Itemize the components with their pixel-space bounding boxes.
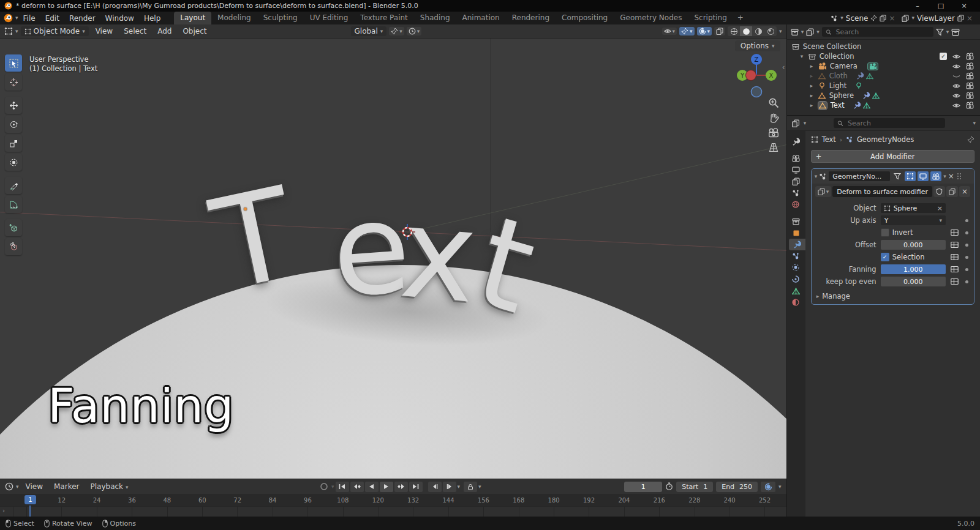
object-picker-field[interactable]: Sphere × (881, 203, 946, 213)
hide-eye-icon[interactable] (952, 63, 960, 70)
pin-icon[interactable] (967, 136, 974, 143)
shading-wireframe-button[interactable] (728, 26, 740, 36)
current-frame-field[interactable]: 1 (624, 482, 662, 492)
input-attribute-toggle-icon[interactable] (951, 241, 959, 248)
tab-rendering[interactable]: Rendering (506, 12, 556, 24)
auto-key-record-icon[interactable] (320, 482, 328, 491)
properties-tab-physics[interactable] (787, 262, 805, 274)
fanning-number-field[interactable]: 1.000 (881, 264, 946, 274)
outliner-filter-id-icon[interactable] (806, 28, 814, 36)
tool-select-box[interactable] (5, 54, 22, 72)
playhead-line[interactable] (29, 506, 31, 517)
tool-scale[interactable] (5, 135, 22, 152)
previous-keyframe-button[interactable] (350, 482, 364, 492)
tab-geometry-nodes[interactable]: Geometry Nodes (614, 12, 688, 24)
add-modifier-button[interactable]: + Add Modifier (811, 150, 974, 163)
breadcrumb-object[interactable]: Text (822, 135, 836, 144)
disable-render-icon[interactable] (966, 92, 974, 99)
tab-uv-editing[interactable]: UV Editing (304, 12, 355, 24)
new-nodetree-button[interactable] (946, 186, 958, 197)
menu-file[interactable]: File (18, 13, 40, 24)
outliner-search-input[interactable] (834, 28, 929, 37)
tool-annotate[interactable] (5, 177, 22, 194)
outliner-display-mode-icon[interactable] (791, 28, 799, 36)
properties-tab-collection[interactable] (787, 215, 805, 227)
properties-search-input[interactable] (846, 119, 941, 128)
properties-tab-view-layer[interactable] (787, 176, 805, 187)
expand-icon[interactable]: ▸ (810, 73, 816, 79)
disable-render-icon[interactable] (966, 72, 974, 80)
properties-editor-icon[interactable] (791, 119, 800, 127)
properties-tab-tool[interactable] (787, 136, 805, 147)
tab-layout[interactable]: Layout (174, 12, 211, 24)
lock-playhead-button[interactable] (464, 482, 477, 492)
timeline-menu-view[interactable]: View (21, 482, 47, 491)
expand-icon[interactable]: ▸ (810, 102, 816, 108)
properties-tab-modifiers[interactable] (789, 239, 805, 250)
manage-subpanel[interactable]: ▸ Manage (812, 289, 974, 304)
input-attribute-toggle-icon[interactable] (951, 278, 959, 285)
text-object-letter[interactable]: x (396, 190, 481, 321)
menu-edit[interactable]: Edit (40, 13, 64, 24)
blender-app-icon[interactable] (4, 13, 13, 23)
properties-search[interactable] (834, 118, 945, 128)
timeline-ruler[interactable]: 12 24 36 48 60 72 84 96 108 120 132 144 … (0, 494, 786, 506)
tool-rotate[interactable] (5, 116, 22, 133)
tab-compositing[interactable]: Compositing (556, 12, 614, 24)
modifier-close-icon[interactable]: × (948, 172, 954, 181)
jump-to-end-button[interactable] (409, 482, 423, 492)
outliner-row-text[interactable]: ▸ Text (810, 100, 978, 110)
animate-dot[interactable] (965, 256, 968, 259)
properties-tab-constraints[interactable] (787, 274, 805, 285)
playhead-frame-label[interactable]: 1 (24, 495, 36, 504)
snap-dropdown[interactable]: ▾ (389, 27, 404, 35)
modifier-render-toggle[interactable] (930, 171, 941, 181)
input-attribute-toggle-icon[interactable] (951, 253, 959, 261)
shading-material-button[interactable] (752, 26, 764, 36)
properties-tab-particles[interactable] (787, 250, 805, 262)
modifier-extras-dropdown[interactable]: ▾ (943, 174, 946, 179)
input-attribute-toggle-icon[interactable] (951, 229, 959, 236)
keep-top-even-number-field[interactable]: 0.000 (881, 277, 946, 286)
new-viewlayer-icon[interactable] (957, 15, 964, 21)
pin-icon[interactable] (870, 15, 877, 21)
modifier-realtime-toggle[interactable] (918, 171, 929, 181)
frame-end-field[interactable]: End 250 (716, 482, 758, 492)
shading-rendered-button[interactable] (764, 26, 777, 36)
minimize-button[interactable]: – (906, 0, 929, 12)
menu-view[interactable]: View (91, 26, 117, 36)
expand-icon[interactable]: ▸ (810, 63, 816, 69)
filter-funnel-icon[interactable] (936, 28, 944, 36)
step-forward-button[interactable] (443, 482, 456, 492)
tab-animation[interactable]: Animation (456, 12, 506, 24)
tab-scripting[interactable]: Scripting (688, 12, 733, 24)
timeline-track[interactable]: › (0, 506, 786, 517)
close-button[interactable]: × (952, 0, 976, 12)
unlink-scene-icon[interactable]: × (889, 14, 895, 23)
remove-viewlayer-icon[interactable]: × (967, 14, 973, 23)
tool-transform[interactable] (5, 154, 22, 171)
viewlayer-selector[interactable]: ▾ ViewLayer × (899, 13, 975, 23)
jump-to-start-button[interactable] (336, 482, 349, 492)
tab-texture-paint[interactable]: Texture Paint (354, 12, 413, 24)
viewport-options-button[interactable]: Options ▾ (735, 40, 780, 51)
menu-object[interactable]: Object (178, 26, 211, 36)
tool-add-cube[interactable] (5, 219, 22, 236)
properties-tab-object[interactable] (787, 227, 805, 239)
step-back-button[interactable] (428, 482, 442, 492)
tool-move[interactable] (5, 97, 22, 114)
disable-render-icon[interactable] (966, 102, 974, 109)
timeline-menu-playback[interactable]: Playback ▾ (86, 482, 133, 491)
transform-orientation-dropdown[interactable]: Global ▾ (351, 26, 387, 36)
animate-dot[interactable] (965, 219, 968, 222)
tool-cursor[interactable] (5, 73, 22, 91)
browse-nodetree-button[interactable]: ▾ (815, 186, 832, 197)
sidebar-collapse-arrow[interactable]: ‹ (782, 63, 785, 72)
timeline-menu-marker[interactable]: Marker (50, 482, 83, 491)
perspective-grid-icon[interactable] (768, 142, 779, 153)
collapse-icon[interactable]: ▾ (815, 174, 818, 179)
properties-tab-output[interactable] (787, 164, 805, 176)
hidden-eye-closed-icon[interactable] (952, 73, 960, 80)
menu-window[interactable]: Window (100, 13, 139, 24)
tool-measure[interactable] (5, 196, 22, 213)
